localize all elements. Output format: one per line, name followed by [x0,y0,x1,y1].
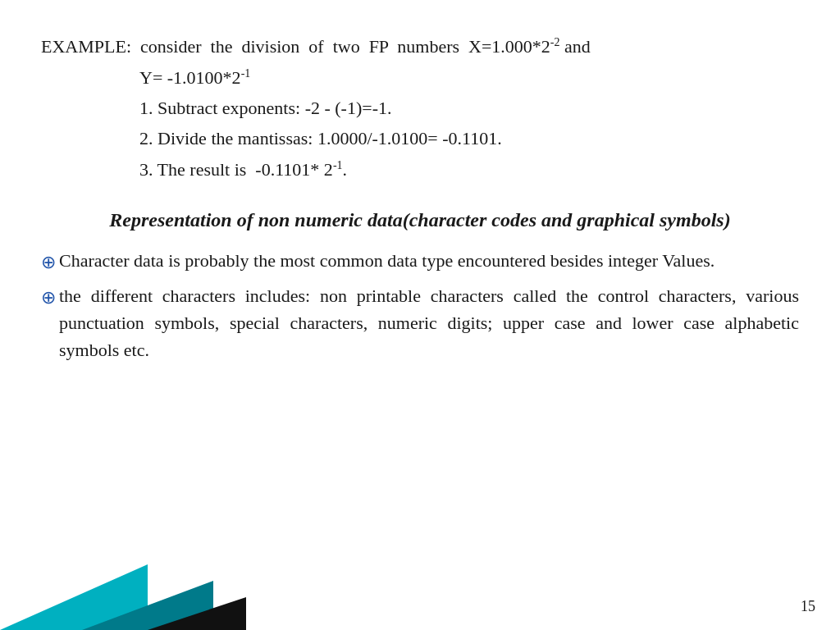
bullet1-text: Character data is probably the most comm… [59,247,799,274]
bottom-decoration [0,564,246,630]
y-line: Y= -1.0100*2-1 [139,63,799,92]
step1-line: 1. Subtract exponents: -2 - (-1)=-1. [139,94,799,122]
step2-line: 2. Divide the mantissas: 1.0000/-1.0100=… [139,124,799,153]
bullet2-paragraph: ⊕ the different characters includes: non… [41,282,799,363]
step1-text: 1. Subtract exponents: -2 - (-1)=-1. [139,98,392,118]
slide-container: EXAMPLE: consider the division of two FP… [0,0,840,630]
section-title: Representation of non numeric data(chara… [41,207,799,235]
step3-text: 3. The result is -0.1101* 2-1. [139,159,347,180]
content-area: EXAMPLE: consider the division of two FP… [41,33,799,363]
step3-exp: -1 [333,158,343,171]
bullet2-text: the different characters includes: non p… [59,282,799,363]
example-text: EXAMPLE: consider the division of two FP… [41,36,560,57]
bullet2-icon: ⊕ [41,284,56,311]
y-exponent: -1 [241,67,251,80]
x-exponent: -2 [550,36,560,48]
page-number: 15 [801,598,815,615]
and-text: and [560,36,591,57]
step3-line: 3. The result is -0.1101* 2-1. [139,155,799,184]
black-triangle [148,597,246,630]
bullet1-paragraph: ⊕ Character data is probably the most co… [41,247,799,276]
step2-text: 2. Divide the mantissas: 1.0000/-1.0100=… [139,128,502,148]
example-intro-line: EXAMPLE: consider the division of two FP… [41,33,799,60]
bullet1-icon: ⊕ [41,249,56,276]
y-text: Y= -1.0100*2-1 [139,67,250,88]
